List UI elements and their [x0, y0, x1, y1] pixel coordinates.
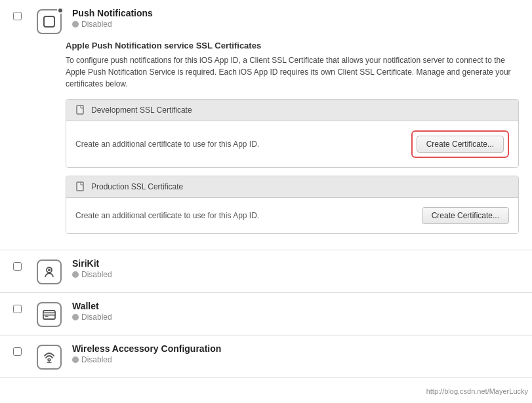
- prod-ssl-header: Production SSL Certificate: [66, 176, 518, 198]
- prod-ssl-description: Create an additional certificate to use …: [75, 211, 259, 220]
- ssl-section-title: Apple Push Notification service SSL Cert…: [66, 41, 519, 50]
- push-notifications-icon: [37, 9, 62, 34]
- push-notifications-status: Disabled: [72, 20, 519, 29]
- wireless-checkbox[interactable]: [13, 347, 22, 356]
- sirikit-info: SiriKit Disabled: [66, 258, 519, 279]
- sirikit-row: SiriKit Disabled: [0, 250, 532, 293]
- push-notifications-info: Push Notifications Disabled: [66, 8, 519, 29]
- svg-rect-6: [43, 313, 55, 315]
- wallet-checkbox[interactable]: [13, 305, 22, 313]
- wireless-status-label: Disabled: [81, 355, 112, 364]
- wireless-info: Wireless Accessory Configuration Disable…: [66, 343, 519, 364]
- sirikit-status: Disabled: [72, 270, 519, 279]
- sirikit-checkbox-col: [13, 258, 33, 273]
- prod-ssl-body: Create an additional certificate to use …: [66, 198, 518, 233]
- sirikit-icon: [37, 259, 62, 284]
- sirikit-status-dot: [72, 271, 79, 278]
- push-icon-svg: [42, 14, 56, 29]
- dev-cert-btn-highlight: Create Certificate...: [411, 130, 509, 158]
- wallet-name: Wallet: [72, 301, 519, 311]
- dev-ssl-panel: Development SSL Certificate Create an ad…: [66, 99, 519, 168]
- push-notifications-name: Push Notifications: [72, 8, 519, 18]
- svg-rect-1: [77, 106, 83, 114]
- wallet-row: Wallet Disabled: [0, 293, 532, 336]
- push-notifications-expanded: Apple Push Notification service SSL Cert…: [13, 41, 519, 242]
- dev-ssl-header: Development SSL Certificate: [66, 100, 518, 121]
- dev-create-cert-button[interactable]: Create Certificate...: [417, 136, 504, 153]
- dev-ssl-body: Create an additional certificate to use …: [66, 121, 518, 167]
- wallet-info: Wallet Disabled: [66, 301, 519, 322]
- main-container: Push Notifications Disabled Apple Push N…: [0, 0, 532, 403]
- wallet-icon-svg: [42, 307, 56, 322]
- sirikit-name: SiriKit: [72, 258, 519, 269]
- dev-ssl-description: Create an additional certificate to use …: [75, 140, 259, 149]
- push-notifications-row: Push Notifications Disabled Apple Push N…: [0, 0, 532, 250]
- prod-ssl-file-icon: [75, 182, 86, 192]
- push-notifications-checkbox-col: [13, 8, 33, 22]
- ssl-section-description: To configure push notifications for this…: [66, 54, 519, 90]
- siri-icon-svg: [42, 265, 56, 279]
- wireless-icon-svg: [42, 350, 56, 364]
- wallet-status-label: Disabled: [81, 313, 112, 322]
- push-notifications-checkbox[interactable]: [13, 12, 22, 20]
- push-notifications-status-dot: [72, 21, 79, 28]
- dev-ssl-file-icon: [75, 105, 86, 115]
- svg-rect-2: [77, 182, 83, 191]
- wireless-icon-col: [33, 343, 66, 370]
- wireless-row: Wireless Accessory Configuration Disable…: [0, 336, 532, 378]
- push-notifications-status-label: Disabled: [81, 20, 112, 29]
- wallet-status-dot: [72, 314, 79, 320]
- push-notifications-icon-col: [33, 8, 66, 34]
- wallet-status: Disabled: [72, 313, 519, 322]
- wireless-name: Wireless Accessory Configuration: [72, 343, 519, 354]
- wireless-checkbox-col: [13, 343, 33, 358]
- wallet-icon: [37, 302, 62, 327]
- wallet-checkbox-col: [13, 301, 33, 315]
- svg-rect-0: [44, 16, 54, 27]
- svg-point-4: [48, 269, 51, 271]
- sirikit-icon-col: [33, 258, 66, 284]
- dev-ssl-label: Development SSL Certificate: [91, 106, 192, 115]
- sirikit-checkbox[interactable]: [13, 262, 22, 271]
- sirikit-status-label: Disabled: [81, 270, 112, 279]
- wallet-icon-col: [33, 301, 66, 327]
- push-icon-dot: [57, 7, 64, 14]
- prod-ssl-panel: Production SSL Certificate Create an add…: [66, 176, 519, 234]
- wireless-icon: [37, 345, 62, 370]
- wireless-status: Disabled: [72, 355, 519, 364]
- prod-create-cert-button[interactable]: Create Certificate...: [422, 207, 509, 224]
- watermark: http://blog.csdn.net/MayerLucky: [422, 386, 532, 396]
- prod-ssl-label: Production SSL Certificate: [91, 182, 183, 191]
- wireless-status-dot: [72, 356, 79, 363]
